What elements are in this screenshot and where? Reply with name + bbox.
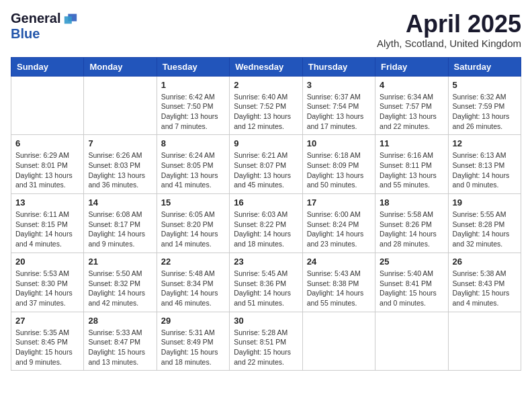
day-info: Sunrise: 6:32 AMSunset: 7:59 PMDaylight:… — [453, 92, 517, 132]
day-info: Sunrise: 6:18 AMSunset: 8:09 PMDaylight:… — [307, 150, 371, 190]
calendar-week-2: 6Sunrise: 6:29 AMSunset: 8:01 PMDaylight… — [11, 135, 521, 194]
calendar-cell: 17Sunrise: 6:00 AMSunset: 8:24 PMDayligh… — [302, 194, 375, 253]
calendar-cell: 12Sunrise: 6:13 AMSunset: 8:13 PMDayligh… — [448, 135, 521, 194]
day-info: Sunrise: 6:34 AMSunset: 7:57 PMDaylight:… — [380, 92, 443, 132]
day-number: 24 — [307, 257, 371, 267]
calendar-cell: 10Sunrise: 6:18 AMSunset: 8:09 PMDayligh… — [302, 135, 375, 194]
svg-marker-1 — [64, 16, 72, 24]
day-number: 19 — [453, 197, 517, 208]
title-section: April 2025 Alyth, Scotland, United Kingd… — [377, 11, 521, 49]
location: Alyth, Scotland, United Kingdom — [377, 38, 521, 49]
day-number: 25 — [380, 257, 443, 267]
day-info: Sunrise: 5:43 AMSunset: 8:38 PMDaylight:… — [307, 269, 371, 308]
calendar-body: 1Sunrise: 6:42 AMSunset: 7:50 PMDaylight… — [11, 76, 521, 371]
month-title: April 2025 — [377, 11, 521, 38]
calendar-cell: 18Sunrise: 5:58 AMSunset: 8:26 PMDayligh… — [375, 194, 448, 253]
day-number: 12 — [453, 138, 517, 148]
calendar-cell: 1Sunrise: 6:42 AMSunset: 7:50 PMDaylight… — [157, 76, 229, 135]
calendar-cell: 8Sunrise: 6:24 AMSunset: 8:05 PMDaylight… — [157, 135, 229, 194]
calendar-cell — [302, 312, 375, 371]
day-number: 29 — [161, 316, 225, 326]
calendar-week-1: 1Sunrise: 6:42 AMSunset: 7:50 PMDaylight… — [11, 76, 521, 135]
day-info: Sunrise: 6:37 AMSunset: 7:54 PMDaylight:… — [307, 92, 371, 132]
day-info: Sunrise: 5:55 AMSunset: 8:28 PMDaylight:… — [453, 210, 517, 249]
calendar-week-3: 13Sunrise: 6:11 AMSunset: 8:15 PMDayligh… — [11, 194, 521, 253]
day-number: 10 — [307, 138, 371, 148]
calendar-cell: 5Sunrise: 6:32 AMSunset: 7:59 PMDaylight… — [448, 76, 521, 135]
calendar-cell: 24Sunrise: 5:43 AMSunset: 8:38 PMDayligh… — [302, 253, 375, 312]
day-info: Sunrise: 6:26 AMSunset: 8:03 PMDaylight:… — [88, 150, 152, 190]
calendar-cell — [375, 312, 448, 371]
column-header-friday: Friday — [375, 57, 448, 76]
day-info: Sunrise: 6:08 AMSunset: 8:17 PMDaylight:… — [88, 210, 152, 249]
day-number: 1 — [161, 80, 225, 90]
day-number: 30 — [234, 316, 298, 326]
calendar-cell — [11, 76, 84, 135]
day-info: Sunrise: 6:00 AMSunset: 8:24 PMDaylight:… — [307, 210, 371, 249]
day-number: 15 — [161, 197, 225, 208]
calendar-cell: 25Sunrise: 5:40 AMSunset: 8:41 PMDayligh… — [375, 253, 448, 312]
calendar-cell: 20Sunrise: 5:53 AMSunset: 8:30 PMDayligh… — [11, 253, 84, 312]
column-header-monday: Monday — [84, 57, 157, 76]
calendar-cell: 6Sunrise: 6:29 AMSunset: 8:01 PMDaylight… — [11, 135, 84, 194]
calendar-cell: 11Sunrise: 6:16 AMSunset: 8:11 PMDayligh… — [375, 135, 448, 194]
day-number: 20 — [15, 257, 79, 267]
day-number: 4 — [380, 80, 443, 90]
calendar-cell: 21Sunrise: 5:50 AMSunset: 8:32 PMDayligh… — [84, 253, 157, 312]
calendar-cell: 13Sunrise: 6:11 AMSunset: 8:15 PMDayligh… — [11, 194, 84, 253]
day-info: Sunrise: 6:29 AMSunset: 8:01 PMDaylight:… — [15, 150, 79, 190]
column-header-thursday: Thursday — [302, 57, 375, 76]
day-number: 18 — [380, 197, 443, 208]
day-number: 13 — [15, 197, 79, 208]
calendar-week-5: 27Sunrise: 5:35 AMSunset: 8:45 PMDayligh… — [11, 312, 521, 371]
calendar-cell: 16Sunrise: 6:03 AMSunset: 8:22 PMDayligh… — [230, 194, 302, 253]
calendar-cell: 9Sunrise: 6:21 AMSunset: 8:07 PMDaylight… — [230, 135, 302, 194]
day-number: 26 — [453, 257, 517, 267]
day-info: Sunrise: 5:45 AMSunset: 8:36 PMDaylight:… — [234, 269, 298, 308]
calendar-cell: 23Sunrise: 5:45 AMSunset: 8:36 PMDayligh… — [230, 253, 302, 312]
calendar-cell: 15Sunrise: 6:05 AMSunset: 8:20 PMDayligh… — [157, 194, 229, 253]
day-info: Sunrise: 5:48 AMSunset: 8:34 PMDaylight:… — [161, 269, 225, 308]
day-number: 17 — [307, 197, 371, 208]
calendar: SundayMondayTuesdayWednesdayThursdayFrid… — [11, 57, 521, 371]
calendar-cell: 14Sunrise: 6:08 AMSunset: 8:17 PMDayligh… — [84, 194, 157, 253]
calendar-cell: 19Sunrise: 5:55 AMSunset: 8:28 PMDayligh… — [448, 194, 521, 253]
calendar-cell: 29Sunrise: 5:31 AMSunset: 8:49 PMDayligh… — [157, 312, 229, 371]
day-info: Sunrise: 6:05 AMSunset: 8:20 PMDaylight:… — [161, 210, 225, 249]
day-number: 27 — [15, 316, 79, 326]
calendar-cell: 4Sunrise: 6:34 AMSunset: 7:57 PMDaylight… — [375, 76, 448, 135]
calendar-cell: 27Sunrise: 5:35 AMSunset: 8:45 PMDayligh… — [11, 312, 84, 371]
day-number: 3 — [307, 80, 371, 90]
day-info: Sunrise: 6:24 AMSunset: 8:05 PMDaylight:… — [161, 150, 225, 190]
day-info: Sunrise: 5:40 AMSunset: 8:41 PMDaylight:… — [380, 269, 443, 308]
day-number: 21 — [88, 257, 152, 267]
day-info: Sunrise: 5:50 AMSunset: 8:32 PMDaylight:… — [88, 269, 152, 308]
column-header-wednesday: Wednesday — [230, 57, 302, 76]
calendar-header: SundayMondayTuesdayWednesdayThursdayFrid… — [11, 57, 521, 76]
day-number: 6 — [15, 138, 79, 148]
calendar-cell: 28Sunrise: 5:33 AMSunset: 8:47 PMDayligh… — [84, 312, 157, 371]
logo-general: General — [11, 11, 60, 26]
day-info: Sunrise: 6:42 AMSunset: 7:50 PMDaylight:… — [161, 92, 225, 132]
calendar-cell: 3Sunrise: 6:37 AMSunset: 7:54 PMDaylight… — [302, 76, 375, 135]
day-number: 5 — [453, 80, 517, 90]
day-info: Sunrise: 5:35 AMSunset: 8:45 PMDaylight:… — [15, 328, 79, 367]
logo: General Blue — [11, 11, 78, 42]
calendar-cell — [84, 76, 157, 135]
calendar-cell: 2Sunrise: 6:40 AMSunset: 7:52 PMDaylight… — [230, 76, 302, 135]
column-header-sunday: Sunday — [11, 57, 84, 76]
logo-icon — [63, 11, 78, 26]
day-number: 9 — [234, 138, 298, 148]
day-info: Sunrise: 5:33 AMSunset: 8:47 PMDaylight:… — [88, 328, 152, 367]
logo-blue: Blue — [11, 26, 40, 41]
page-header: General Blue April 2025 Alyth, Scotland,… — [11, 11, 521, 49]
day-info: Sunrise: 6:40 AMSunset: 7:52 PMDaylight:… — [234, 92, 298, 132]
day-number: 7 — [88, 138, 152, 148]
day-number: 8 — [161, 138, 225, 148]
day-info: Sunrise: 6:13 AMSunset: 8:13 PMDaylight:… — [453, 150, 517, 190]
day-info: Sunrise: 6:11 AMSunset: 8:15 PMDaylight:… — [15, 210, 79, 249]
day-number: 11 — [380, 138, 443, 148]
day-info: Sunrise: 5:38 AMSunset: 8:43 PMDaylight:… — [453, 269, 517, 308]
day-number: 14 — [88, 197, 152, 208]
column-header-tuesday: Tuesday — [157, 57, 229, 76]
